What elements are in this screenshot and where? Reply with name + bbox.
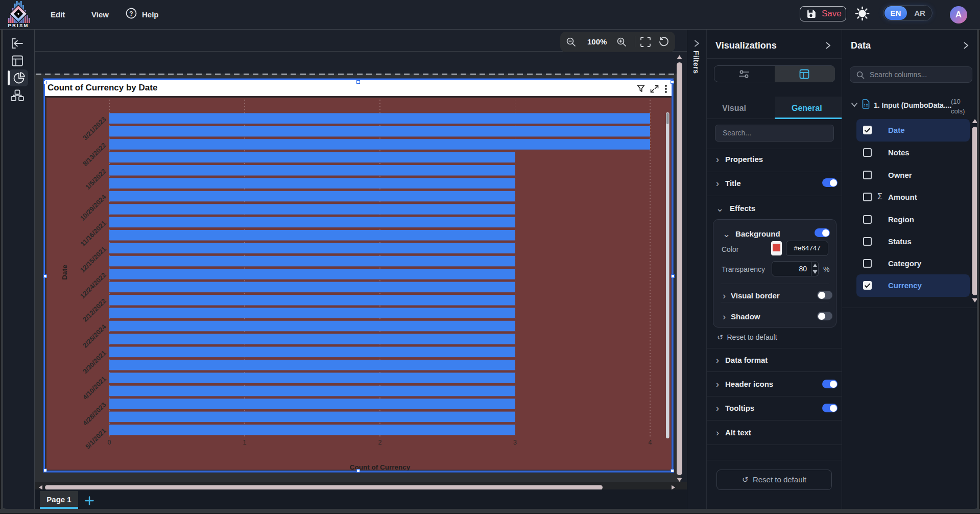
svg-text:1: 1 — [243, 439, 247, 446]
svg-text:?: ? — [129, 10, 133, 17]
svg-text:PRISM: PRISM — [8, 22, 29, 28]
svg-text:4: 4 — [649, 439, 652, 446]
svg-text:0: 0 — [108, 439, 111, 446]
svg-text:3: 3 — [513, 439, 517, 446]
svg-text:Date: Date — [61, 265, 68, 280]
svg-text:2: 2 — [378, 439, 382, 446]
